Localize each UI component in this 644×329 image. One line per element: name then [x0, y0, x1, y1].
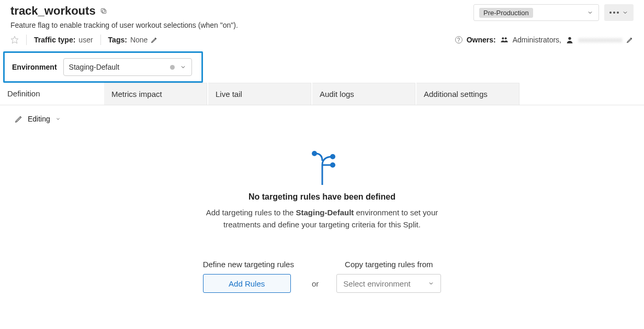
copy-rules-label: Copy targeting rules from [336, 260, 441, 269]
environment-selected: Staging-Default [69, 63, 120, 71]
top-environment-value: Pre-Production [479, 8, 533, 18]
tags-label: Tags: [108, 36, 127, 44]
more-actions-button[interactable] [604, 4, 634, 21]
environment-label: Environment [12, 63, 57, 71]
help-icon[interactable]: ? [455, 36, 462, 43]
svg-rect-1 [101, 8, 105, 12]
branching-icon [307, 148, 338, 185]
svg-point-5 [568, 37, 571, 40]
or-separator: or [312, 279, 319, 288]
tabs: Definition Metrics impact Live tail Audi… [0, 83, 644, 105]
tab-definition[interactable]: Definition [0, 83, 103, 105]
define-rules-label: Define new targeting rules [203, 260, 294, 269]
top-environment-dropdown[interactable]: Pre-Production [473, 4, 599, 21]
environment-dropdown[interactable]: Staging-Default [63, 58, 192, 76]
edit-owners-icon[interactable] [626, 36, 634, 43]
chevron-down-icon [587, 9, 593, 16]
tab-additional-settings[interactable]: Additional settings [416, 83, 519, 105]
favorite-star-icon[interactable] [10, 36, 19, 44]
page-description: Feature flag to enable tracking of user … [10, 21, 238, 29]
empty-state-title: No targeting rules have been defined [248, 192, 396, 202]
tab-label: Metrics impact [111, 90, 162, 98]
page-title: track_workouts [10, 4, 96, 18]
copy-icon[interactable] [100, 7, 107, 15]
empty-state-description: Add targeting rules to the Staging-Defau… [191, 207, 453, 231]
group-icon [500, 37, 509, 43]
empty-desc-env: Staging-Default [296, 208, 354, 217]
redacted-owner: xxxxxxxxxxxxxx [578, 36, 622, 44]
edit-tags-icon[interactable] [151, 36, 158, 43]
traffic-type-label: Traffic type: [34, 36, 75, 44]
tab-label: Additional settings [424, 90, 488, 98]
chevron-down-icon [180, 64, 186, 70]
user-icon [566, 36, 574, 43]
svg-point-4 [504, 37, 506, 39]
tab-label: Live tail [216, 90, 242, 98]
tab-live-tail[interactable]: Live tail [208, 83, 311, 105]
editing-mode-toggle[interactable]: Editing [0, 105, 644, 133]
chevron-down-icon [428, 280, 434, 287]
traffic-type-value: user [78, 36, 93, 44]
owners-value: Administrators, [513, 36, 561, 44]
tab-label: Audit logs [320, 90, 354, 98]
empty-desc-prefix: Add targeting rules to the [206, 208, 296, 217]
chevron-down-icon [55, 116, 61, 122]
tab-label: Definition [7, 89, 40, 98]
owners-label: Owners: [467, 36, 496, 44]
tab-audit-logs[interactable]: Audit logs [312, 83, 415, 105]
pencil-icon [15, 115, 22, 123]
copy-env-placeholder: Select environment [343, 279, 410, 288]
svg-rect-0 [102, 10, 106, 14]
environment-selector-highlight: Environment Staging-Default [3, 51, 203, 83]
svg-point-3 [502, 37, 504, 39]
chevron-down-icon [622, 9, 628, 16]
kebab-icon [609, 12, 619, 14]
editing-label: Editing [28, 115, 50, 123]
tab-metrics-impact[interactable]: Metrics impact [104, 83, 207, 105]
status-dot-icon [170, 65, 175, 70]
copy-environment-dropdown[interactable]: Select environment [336, 274, 441, 293]
add-rules-button[interactable]: Add Rules [203, 274, 291, 293]
tags-value: None [130, 36, 148, 44]
svg-marker-2 [11, 36, 18, 43]
